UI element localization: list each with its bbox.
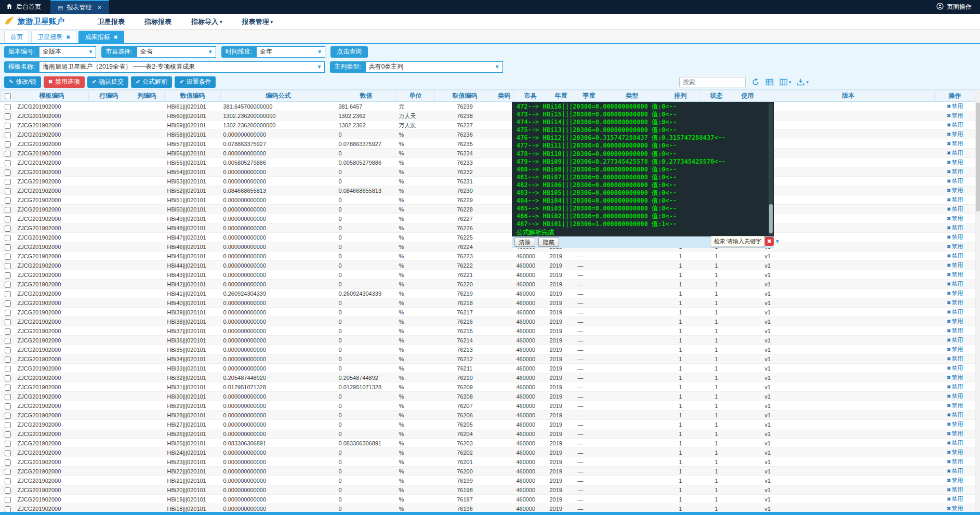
modify-lock-button[interactable]: ✎修改/锁: [4, 76, 41, 88]
row-checkbox[interactable]: [5, 431, 11, 438]
row-checkbox[interactable]: [5, 263, 11, 269]
menu-item-2[interactable]: 指标报表: [144, 17, 171, 27]
row-checkbox[interactable]: [5, 413, 11, 419]
menu-item-3[interactable]: 指标导入▾: [191, 17, 222, 27]
row-checkbox[interactable]: [5, 328, 11, 335]
top-tab-report-management[interactable]: ▤ 报表管理 ✕: [50, 0, 109, 14]
row-checkbox[interactable]: [5, 188, 11, 194]
row-checkbox[interactable]: [5, 356, 11, 363]
disable-link[interactable]: ✖禁用: [947, 346, 963, 352]
select-all-checkbox[interactable]: [5, 93, 11, 99]
disable-link[interactable]: ✖禁用: [947, 159, 963, 165]
row-checkbox[interactable]: [5, 197, 11, 204]
row-checkbox[interactable]: [5, 282, 11, 288]
row-checkbox[interactable]: [5, 132, 11, 138]
row-checkbox[interactable]: [5, 403, 11, 410]
disable-link[interactable]: ✖禁用: [947, 103, 963, 109]
disable-link[interactable]: ✖禁用: [947, 337, 963, 343]
scrollbar-thumb[interactable]: [976, 102, 980, 212]
export-icon[interactable]: ▾: [797, 78, 809, 86]
row-checkbox[interactable]: [5, 272, 11, 279]
refresh-icon[interactable]: [751, 78, 760, 86]
disable-link[interactable]: ✖禁用: [947, 327, 963, 334]
disable-link[interactable]: ✖禁用: [947, 178, 963, 184]
set-conditions-button[interactable]: ✔设置条件: [175, 76, 216, 88]
tab-2[interactable]: 卫星报表✖: [31, 31, 76, 43]
disable-link[interactable]: ✖禁用: [947, 168, 963, 175]
row-checkbox[interactable]: [5, 338, 11, 344]
row-checkbox[interactable]: [5, 216, 11, 222]
row-checkbox[interactable]: [5, 244, 11, 250]
disable-link[interactable]: ✖禁用: [947, 225, 963, 231]
disable-link[interactable]: ✖禁用: [947, 412, 963, 418]
console-scrollbar-thumb[interactable]: [769, 204, 773, 233]
row-checkbox[interactable]: [5, 207, 11, 213]
disable-link[interactable]: ✖禁用: [947, 253, 963, 259]
hide-button[interactable]: 隐藏: [538, 237, 559, 247]
disable-link[interactable]: ✖禁用: [947, 384, 963, 390]
template-name-select[interactable]: 海南旅游卫星账户（2019全省） ——表2-专项核算成果▼: [39, 61, 325, 73]
disable-options-button[interactable]: ✖禁用选项: [44, 76, 85, 88]
disable-link[interactable]: ✖禁用: [947, 365, 963, 371]
disable-link[interactable]: ✖禁用: [947, 112, 963, 118]
tab-3[interactable]: 成果指标✖: [78, 31, 124, 43]
row-checkbox[interactable]: [5, 179, 11, 185]
row-checkbox[interactable]: [5, 151, 11, 157]
row-checkbox[interactable]: [5, 141, 11, 148]
row-checkbox[interactable]: [5, 123, 11, 129]
horizontal-scrollbar[interactable]: [0, 512, 980, 515]
disable-link[interactable]: ✖禁用: [947, 309, 963, 315]
disable-link[interactable]: ✖禁用: [947, 271, 963, 278]
close-icon[interactable]: ✖: [765, 237, 774, 246]
row-checkbox[interactable]: [5, 506, 11, 512]
disable-link[interactable]: ✖禁用: [947, 449, 963, 455]
disable-link[interactable]: ✖禁用: [947, 318, 963, 324]
close-icon[interactable]: ✕: [97, 5, 101, 10]
row-checkbox[interactable]: [5, 441, 11, 447]
row-checkbox[interactable]: [5, 497, 11, 503]
disable-link[interactable]: ✖禁用: [947, 440, 963, 446]
row-checkbox[interactable]: [5, 104, 11, 110]
clear-button[interactable]: 清除: [514, 237, 535, 247]
console-scrollbar[interactable]: [769, 103, 773, 235]
disable-link[interactable]: ✖禁用: [947, 206, 963, 212]
disable-link[interactable]: ✖禁用: [947, 215, 963, 221]
disable-link[interactable]: ✖禁用: [947, 299, 963, 306]
row-checkbox[interactable]: [5, 422, 11, 428]
disable-link[interactable]: ✖禁用: [947, 187, 963, 193]
disable-link[interactable]: ✖禁用: [947, 496, 963, 502]
row-checkbox[interactable]: [5, 375, 11, 381]
disable-link[interactable]: ✖禁用: [947, 355, 963, 362]
close-icon[interactable]: ✖: [66, 34, 70, 40]
row-checkbox[interactable]: [5, 169, 11, 176]
table-icon[interactable]: [765, 78, 774, 86]
row-checkbox[interactable]: [5, 450, 11, 456]
disable-link[interactable]: ✖禁用: [947, 421, 963, 427]
row-checkbox[interactable]: [5, 300, 11, 307]
row-checkbox[interactable]: [5, 459, 11, 466]
row-checkbox[interactable]: [5, 113, 11, 120]
row-checkbox[interactable]: [5, 394, 11, 400]
disable-link[interactable]: ✖禁用: [947, 122, 963, 128]
row-checkbox[interactable]: [5, 478, 11, 484]
row-checkbox[interactable]: [5, 366, 11, 372]
time-dimension-select[interactable]: 全年▼: [256, 46, 325, 58]
version-select[interactable]: 全版本▼: [39, 46, 96, 58]
disable-link[interactable]: ✖禁用: [947, 468, 963, 474]
row-checkbox[interactable]: [5, 226, 11, 232]
formula-parse-button[interactable]: ✔公式解析: [131, 76, 172, 88]
disable-link[interactable]: ✖禁用: [947, 458, 963, 465]
disable-link[interactable]: ✖禁用: [947, 477, 963, 483]
query-button[interactable]: 点击查询: [330, 46, 368, 58]
close-icon[interactable]: ✖: [113, 34, 117, 40]
row-checkbox[interactable]: [5, 310, 11, 316]
row-checkbox[interactable]: [5, 347, 11, 353]
tab-1[interactable]: 首页: [4, 31, 29, 43]
disable-link[interactable]: ✖禁用: [947, 131, 963, 137]
grid-vertical-scrollbar[interactable]: [975, 90, 980, 512]
row-checkbox[interactable]: [5, 487, 11, 494]
columns-icon[interactable]: ▾: [779, 78, 791, 86]
disable-link[interactable]: ✖禁用: [947, 281, 963, 287]
disable-link[interactable]: ✖禁用: [947, 234, 963, 240]
main-column-type-select[interactable]: 共有0类主列▼: [365, 61, 503, 73]
